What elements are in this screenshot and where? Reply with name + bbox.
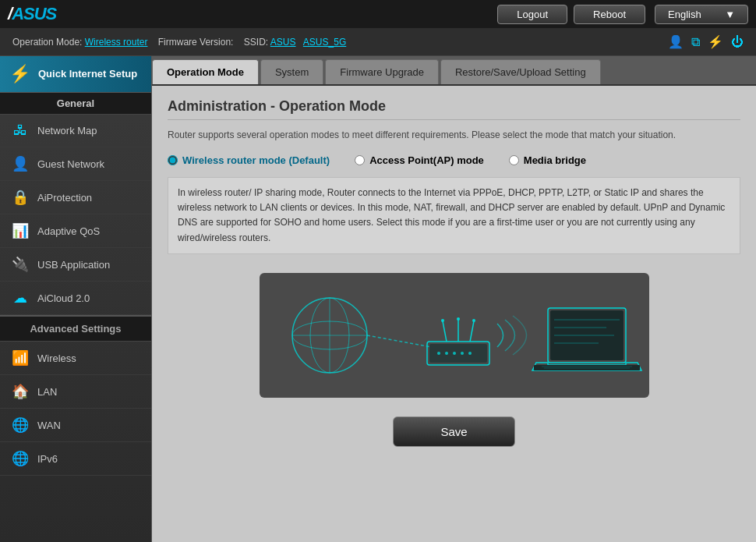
language-selector[interactable]: English ▼	[655, 5, 748, 24]
sidebar-item-aiprotection[interactable]: 🔒 AiProtection	[0, 181, 151, 214]
svg-point-10	[445, 352, 448, 355]
svg-point-12	[461, 352, 464, 355]
page-title: Administration - Operation Mode	[168, 98, 740, 120]
usb-application-icon: 🔌	[11, 256, 30, 273]
tab-operation-mode[interactable]: Operation Mode	[152, 59, 259, 84]
mode-description: In wireless router/ IP sharing mode, Rou…	[168, 177, 740, 254]
diagram-svg	[260, 273, 649, 398]
wireless-router-label: Wireless router mode (Default)	[182, 154, 330, 166]
chevron-down-icon: ▼	[725, 9, 735, 20]
guest-network-icon: 👤	[11, 155, 30, 172]
status-bar: Operation Mode: Wireless router Firmware…	[0, 28, 756, 56]
sidebar-ipv6-label: IPv6	[37, 453, 58, 465]
tab-restore-save[interactable]: Restore/Save/Upload Setting	[440, 59, 601, 84]
media-bridge-label: Media bridge	[524, 154, 586, 166]
aicloud-icon: ☁	[11, 289, 30, 306]
usb-icon[interactable]: ⚡	[708, 34, 723, 49]
sidebar-item-ipv6[interactable]: 🌐 IPv6	[0, 442, 151, 476]
radio-ap-mode[interactable]: Access Point(AP) mode	[355, 154, 484, 166]
main-layout: ⚡ Quick Internet Setup General 🖧 Network…	[0, 56, 756, 542]
sidebar-item-usb-application[interactable]: 🔌 USB Application	[0, 248, 151, 282]
page-content: Administration - Operation Mode Router s…	[152, 86, 756, 542]
general-section-header: General	[0, 93, 151, 115]
adaptive-qos-icon: 📊	[11, 222, 30, 239]
sidebar-aiprotection-label: AiProtection	[37, 192, 92, 204]
status-text: Operation Mode: Wireless router Firmware…	[12, 37, 346, 48]
sidebar-item-aicloud[interactable]: ☁ AiCloud 2.0	[0, 282, 151, 315]
tab-firmware-upgrade[interactable]: Firmware Upgrade	[325, 59, 439, 84]
radio-group: Wireless router mode (Default) Access Po…	[168, 154, 740, 166]
advanced-settings-header: Advanced Settings	[0, 315, 151, 342]
operation-mode-link[interactable]: Wireless router	[85, 37, 148, 48]
sidebar-guest-network-label: Guest Network	[37, 158, 104, 170]
logout-button[interactable]: Logout	[497, 5, 567, 24]
svg-point-17	[441, 319, 444, 322]
svg-point-13	[468, 352, 472, 355]
power-icon[interactable]: ⏻	[731, 35, 744, 49]
sidebar: ⚡ Quick Internet Setup General 🖧 Network…	[0, 56, 152, 542]
reboot-button[interactable]: Reboot	[574, 5, 645, 24]
tabs-bar: Operation Mode System Firmware Upgrade R…	[152, 56, 756, 86]
sidebar-item-wan[interactable]: 🌐 WAN	[0, 409, 151, 442]
person-icon[interactable]: 👤	[668, 34, 684, 49]
sidebar-item-lan[interactable]: 🏠 LAN	[0, 375, 151, 409]
ap-mode-label: Access Point(AP) mode	[369, 154, 484, 166]
quick-setup-label: Quick Internet Setup	[38, 68, 137, 81]
radio-wireless-router[interactable]: Wireless router mode (Default)	[168, 154, 330, 166]
status-icons: 👤 ⧉ ⚡ ⏻	[668, 34, 744, 49]
content-area: Operation Mode System Firmware Upgrade R…	[152, 56, 756, 542]
ipv6-icon: 🌐	[11, 450, 30, 467]
svg-point-19	[472, 319, 475, 322]
sidebar-item-wireless[interactable]: 📶 Wireless	[0, 342, 151, 375]
sidebar-aicloud-label: AiCloud 2.0	[37, 292, 90, 304]
tab-system[interactable]: System	[260, 59, 323, 84]
sidebar-item-guest-network[interactable]: 👤 Guest Network	[0, 147, 151, 181]
page-description: Router supports several operation modes …	[168, 128, 740, 142]
wireless-icon: 📶	[11, 349, 30, 367]
sidebar-item-network-map[interactable]: 🖧 Network Map	[0, 115, 151, 147]
aiprotection-icon: 🔒	[11, 189, 30, 206]
sidebar-lan-label: LAN	[37, 386, 57, 398]
svg-point-11	[453, 352, 456, 355]
sidebar-adaptive-qos-label: Adaptive QoS	[37, 225, 100, 237]
wan-icon: 🌐	[11, 416, 30, 434]
svg-point-18	[457, 317, 460, 321]
save-button[interactable]: Save	[393, 416, 514, 447]
sidebar-usb-application-label: USB Application	[37, 259, 110, 271]
network-diagram	[168, 265, 740, 410]
asus-logo: /ASUS	[8, 4, 56, 24]
ssid5g-link[interactable]: ASUS_5G	[303, 37, 346, 48]
sidebar-item-adaptive-qos[interactable]: 📊 Adaptive QoS	[0, 214, 151, 248]
svg-point-9	[437, 352, 440, 355]
svg-rect-26	[534, 365, 640, 370]
sidebar-wireless-label: Wireless	[37, 352, 76, 364]
sidebar-wan-label: WAN	[37, 420, 61, 431]
copy-icon[interactable]: ⧉	[691, 35, 700, 49]
lan-icon: 🏠	[11, 383, 30, 400]
top-bar: /ASUS Logout Reboot English ▼	[0, 0, 756, 28]
sidebar-network-map-label: Network Map	[37, 125, 97, 136]
network-map-icon: 🖧	[11, 122, 30, 139]
radio-media-bridge[interactable]: Media bridge	[509, 154, 586, 166]
ssid-link[interactable]: ASUS	[270, 37, 296, 48]
quick-setup-icon: ⚡	[9, 64, 30, 84]
save-area: Save	[168, 410, 740, 450]
quick-internet-setup[interactable]: ⚡ Quick Internet Setup	[0, 56, 151, 93]
